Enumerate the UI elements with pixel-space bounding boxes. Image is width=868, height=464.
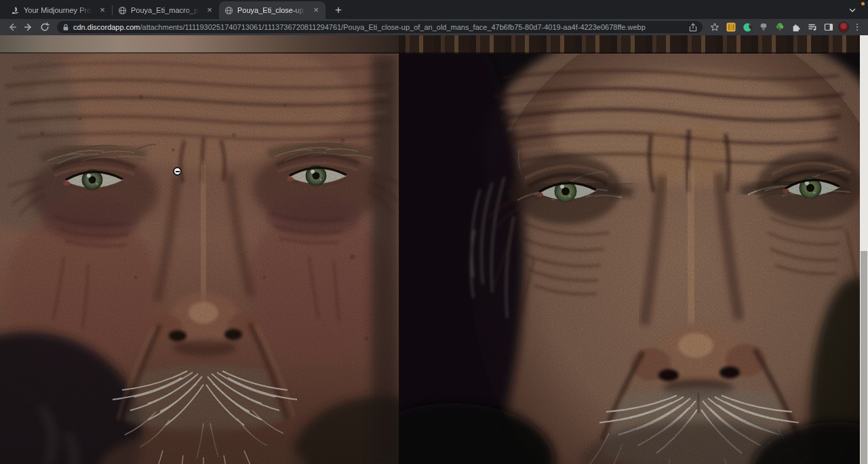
close-tab-icon[interactable]: × (205, 5, 214, 15)
address-bar[interactable]: cdn.discordapp.com/attachments/111193025… (57, 21, 703, 33)
tab-pouya-eti-macro-photo[interactable]: Pouya_Eti_macro_photo_of_a × (113, 1, 219, 19)
side-panel-icon[interactable] (822, 20, 835, 34)
url-domain: cdn.discordapp.com (73, 23, 140, 31)
close-tab-icon[interactable]: × (98, 5, 107, 15)
tab-title: Your Midjourney Profile (24, 6, 94, 14)
scrollbar-thumb[interactable] (861, 251, 867, 464)
image-top-row-right-sliver[interactable] (399, 35, 860, 54)
browser-toolbar: cdn.discordapp.com/attachments/111193025… (0, 19, 868, 35)
midjourney-sailboat-icon (10, 5, 20, 15)
yellow-grid-extension-icon[interactable] (724, 20, 738, 34)
bookmark-star-icon[interactable] (708, 20, 722, 34)
old-man-face-left-image[interactable] (0, 54, 399, 464)
image-viewer-content (0, 35, 868, 464)
new-tab-button[interactable]: + (330, 2, 347, 18)
share-icon[interactable] (689, 23, 697, 32)
tab-your-midjourney-profile[interactable]: Your Midjourney Profile × (5, 1, 112, 19)
tab-strip: Your Midjourney Profile × Pouya_Eti_macr… (0, 0, 868, 19)
playlist-extension-icon[interactable] (806, 20, 819, 34)
url-text: cdn.discordapp.com/attachments/111193025… (73, 23, 685, 31)
lock-icon (62, 24, 69, 31)
dark-moon-extension-icon[interactable] (741, 20, 754, 34)
tab-title: Pouya_Eti_macro_photo_of_a (131, 6, 201, 14)
tab-pouya-eti-close-up-active[interactable]: Pouya_Eti_close-up_of_an_ol × (219, 1, 326, 19)
gray-mushroom-extension-icon[interactable] (757, 20, 770, 34)
back-button[interactable] (5, 20, 19, 34)
vertical-scrollbar[interactable] (860, 35, 868, 464)
image-top-row-left-sliver[interactable] (0, 35, 399, 54)
tree-extension-icon[interactable] (773, 20, 787, 34)
notification-dot (861, 2, 865, 5)
url-path: /attachments/1111930251740713061/1113736… (140, 23, 645, 31)
globe-icon (224, 5, 233, 15)
reload-button[interactable] (38, 20, 52, 34)
close-tab-icon[interactable]: × (311, 5, 321, 15)
browser-window: Your Midjourney Profile × Pouya_Eti_macr… (0, 0, 868, 464)
profile-avatar[interactable] (838, 22, 849, 33)
tab-search-chevron-icon[interactable] (845, 3, 860, 18)
tab-title: Pouya_Eti_close-up_of_an_ol (237, 6, 307, 14)
browser-menu-icon[interactable]: ⋮ (852, 20, 863, 34)
zoom-out-cursor-icon (173, 167, 182, 176)
forward-button[interactable] (22, 20, 35, 34)
old-man-face-right-image[interactable] (399, 54, 860, 464)
globe-icon (117, 5, 127, 15)
extensions-puzzle-icon[interactable] (789, 20, 803, 34)
